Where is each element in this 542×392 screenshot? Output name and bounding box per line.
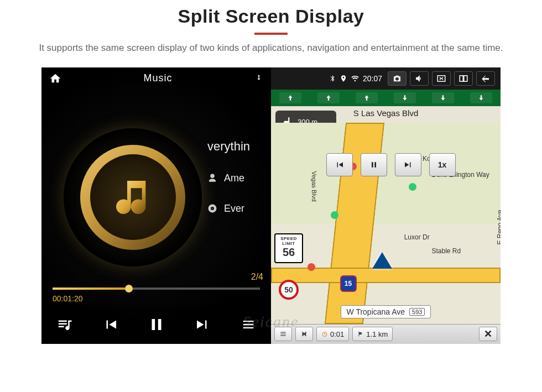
route-pause-button[interactable] [361, 153, 387, 176]
clock: 20:07 [363, 74, 382, 83]
usb-icon[interactable] [254, 73, 263, 84]
title-underline [254, 33, 288, 35]
traffic-light-icon [409, 183, 416, 191]
volume-button[interactable] [410, 71, 429, 86]
person-icon [207, 173, 217, 183]
street-label: E Reno Ave [496, 210, 501, 244]
flag-icon [357, 331, 364, 337]
route-options-button[interactable] [295, 327, 313, 341]
more-options-button[interactable] [234, 311, 262, 338]
music-app-label: Music [72, 72, 243, 84]
lane-guidance-strip [271, 90, 501, 106]
progress-knob[interactable] [125, 285, 133, 292]
lane-slot [394, 92, 416, 103]
speed-limit-label: SPEED LIMIT [275, 236, 302, 246]
album-art [64, 128, 202, 266]
road-cross [271, 268, 501, 283]
navigation-pane: 20:07 S Las Vegas Blvd [271, 67, 501, 344]
screenshot-button[interactable] [388, 71, 406, 86]
route-next-button[interactable] [395, 153, 421, 176]
artist-name: Ame [224, 173, 244, 184]
bluetooth-icon [329, 75, 336, 82]
prev-track-button[interactable] [97, 311, 124, 338]
wifi-icon [351, 74, 359, 83]
music-status-bar: Music [41, 67, 271, 90]
time-current: 00:01:20 [53, 294, 83, 303]
playlist-button[interactable] [51, 311, 79, 338]
nav-bottom-bar: 0:01 1.1 km ✕ [271, 324, 501, 344]
route-speed-button[interactable]: 1x [429, 153, 456, 176]
close-route-button[interactable]: ✕ [479, 327, 497, 341]
track-info: verythin Ame Ever [207, 139, 250, 215]
interstate-shield: 15 [340, 275, 357, 292]
lane-slot [279, 92, 301, 103]
house-number-badge: 593 [409, 308, 425, 316]
album-row: Ever [207, 203, 250, 215]
elapsed-time: 0:01 [316, 327, 349, 341]
track-counter: 2/4 [251, 272, 263, 282]
disc-icon [207, 203, 217, 213]
lane-slot [356, 92, 378, 103]
lane-slot [470, 92, 492, 103]
route-playback-controls: 1x [326, 153, 456, 176]
player-controls [41, 305, 271, 344]
back-button[interactable] [476, 71, 495, 86]
play-pause-button[interactable] [143, 311, 170, 338]
vehicle-marker-icon [372, 252, 392, 269]
street-label: Vegas Blvd [310, 171, 317, 201]
street-label: Stable Rd [432, 247, 461, 255]
traffic-light-icon [331, 211, 338, 219]
page-title: Split Screen Display [0, 6, 542, 27]
speed-limit-value: 56 [275, 246, 302, 259]
current-street-label: W Tropicana Ave [347, 307, 405, 316]
split-screen-button[interactable] [454, 71, 473, 86]
stopwatch-icon [321, 331, 328, 337]
route-prev-button[interactable] [326, 153, 353, 176]
current-street: W Tropicana Ave 593 [341, 305, 431, 318]
location-icon [340, 75, 347, 82]
home-icon[interactable] [49, 72, 61, 85]
album-name: Ever [224, 203, 244, 215]
menu-button[interactable] [274, 327, 292, 341]
speed-limit-sign: SPEED LIMIT 56 [274, 233, 303, 263]
close-app-button[interactable] [432, 71, 451, 86]
music-pane: Music verythin Ame Ever [41, 67, 271, 344]
street-label: Luxor Dr [404, 233, 430, 241]
head-unit: Music verythin Ame Ever [41, 67, 501, 344]
remaining-distance: 1.1 km [352, 327, 393, 341]
next-track-button[interactable] [189, 311, 216, 338]
track-title: verythin [207, 139, 250, 154]
progress-bar[interactable] [53, 288, 260, 290]
lane-slot [317, 92, 340, 103]
music-notes-icon [111, 175, 155, 219]
page-subtitle: It supports the same screen display of t… [22, 41, 520, 55]
current-speed-badge: 50 [279, 280, 299, 300]
artist-row: Ame [207, 173, 250, 184]
lane-slot [432, 92, 454, 103]
system-status-bar: 20:07 [271, 67, 501, 90]
